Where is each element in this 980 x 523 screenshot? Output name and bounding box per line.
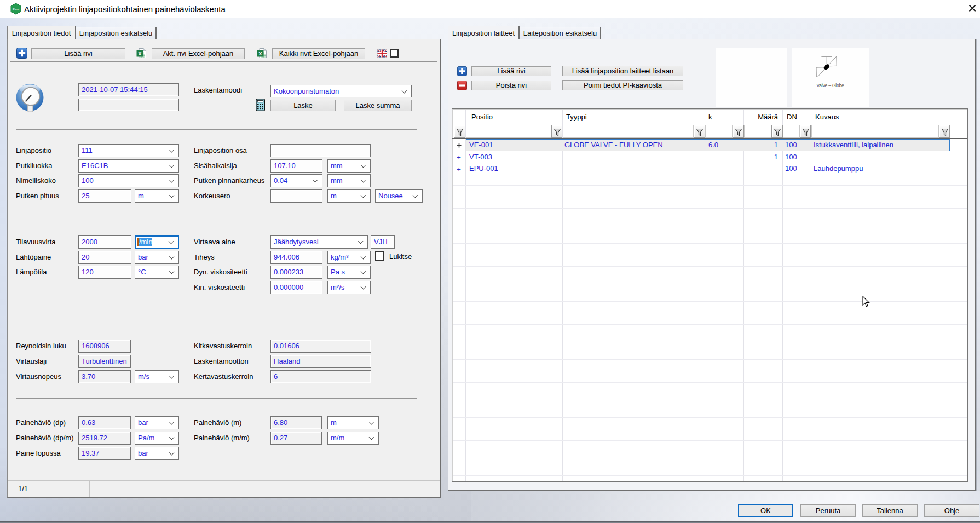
svg-text:x: x: [139, 50, 142, 56]
svg-text:x: x: [259, 50, 262, 56]
svg-text:Plant: Plant: [13, 8, 20, 11]
